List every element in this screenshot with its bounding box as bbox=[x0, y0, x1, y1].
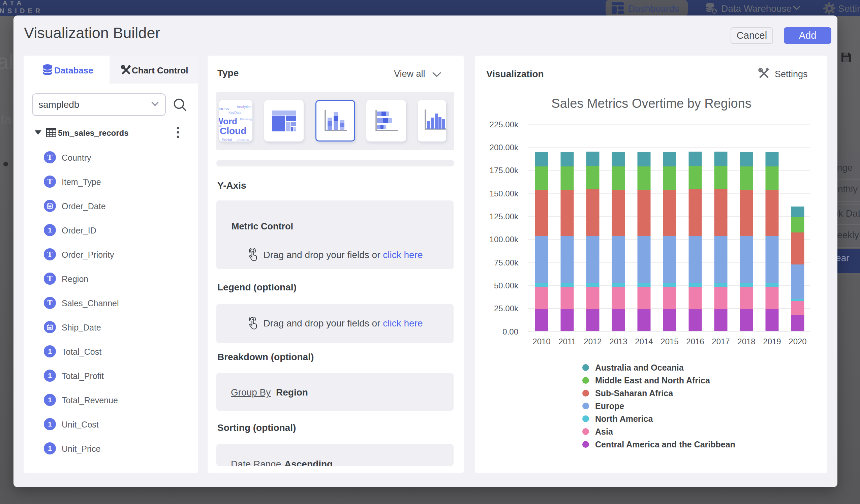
svg-text:2020: 2020 bbox=[789, 337, 806, 346]
svg-text:75.00k: 75.00k bbox=[494, 258, 519, 267]
svg-text:Sales Metrics Overtime by Regi: Sales Metrics Overtime by Regions bbox=[551, 96, 751, 111]
svg-text:2016: 2016 bbox=[686, 337, 704, 346]
svg-text:2010: 2010 bbox=[532, 337, 550, 346]
svg-text:Australia and Oceania: Australia and Oceania bbox=[595, 363, 684, 372]
svg-text:25.00k: 25.00k bbox=[494, 304, 519, 313]
svg-text:Middle East and North Africa: Middle East and North Africa bbox=[595, 376, 711, 385]
svg-text:50.00k: 50.00k bbox=[494, 281, 519, 290]
svg-text:2019: 2019 bbox=[763, 337, 781, 346]
svg-text:Central America and the Caribb: Central America and the Caribbean bbox=[595, 440, 735, 449]
svg-text:2018: 2018 bbox=[737, 337, 755, 346]
svg-text:0.00: 0.00 bbox=[502, 327, 518, 336]
svg-text:Europe: Europe bbox=[595, 401, 624, 411]
svg-text:Asia: Asia bbox=[595, 427, 613, 436]
svg-text:2011: 2011 bbox=[558, 337, 576, 346]
svg-text:2013: 2013 bbox=[609, 337, 627, 346]
svg-text:100.00k: 100.00k bbox=[490, 235, 519, 244]
svg-text:2017: 2017 bbox=[712, 337, 730, 346]
svg-text:Sub-Saharan Africa: Sub-Saharan Africa bbox=[595, 388, 673, 398]
svg-text:150.00k: 150.00k bbox=[490, 189, 519, 198]
svg-text:2015: 2015 bbox=[660, 337, 678, 346]
svg-text:200.00k: 200.00k bbox=[490, 143, 519, 152]
svg-text:175.00k: 175.00k bbox=[490, 166, 519, 175]
svg-text:2014: 2014 bbox=[635, 337, 653, 346]
svg-text:225.00k: 225.00k bbox=[490, 120, 519, 129]
svg-text:2012: 2012 bbox=[584, 337, 602, 346]
svg-text:North America: North America bbox=[595, 414, 653, 423]
svg-text:125.00k: 125.00k bbox=[490, 212, 519, 221]
